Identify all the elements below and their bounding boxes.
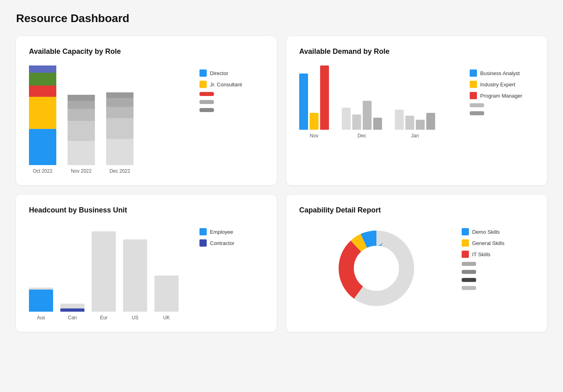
dec-cap-seg5 (106, 92, 134, 98)
aus-bar-wrap (29, 288, 53, 312)
director-label: Director (210, 70, 228, 76)
cap-g2-swatch (462, 270, 476, 274)
ba-label: Business Analyst (480, 70, 520, 76)
can-bar-group: Can (60, 304, 84, 321)
demand-jan-bars (395, 110, 435, 130)
capacity-title: Available Capacity by Role (29, 47, 264, 56)
dec-bar4 (373, 118, 382, 130)
demand-dec-group: Dec (342, 101, 382, 139)
oct-seg-blue (29, 129, 56, 165)
cap-gray2-swatch (199, 108, 214, 112)
legend-employee: Employee (199, 228, 264, 235)
us-bar-group: US (123, 239, 147, 321)
can-bar-wrap (60, 304, 84, 312)
demand-nov-bars (299, 65, 329, 130)
eur-bar-wrap (92, 231, 116, 312)
demand-bars-container: Nov Dec (299, 65, 462, 139)
legend-ba: Business Analyst (470, 69, 534, 77)
jan-demand-label: Jan (411, 133, 419, 139)
uk-bar-wrap (154, 276, 179, 312)
oct-seg-yellow (29, 97, 56, 129)
aus-bar-overlay (29, 290, 53, 312)
dec-bar2 (352, 114, 361, 130)
ie-label: Industry Expert (480, 82, 515, 88)
donut-container (299, 224, 454, 312)
demand-bars-row: Nov Dec (299, 65, 462, 139)
headcount-bars-row: Aus Can Eur (29, 224, 191, 321)
bar-stack-dec-cap (106, 92, 134, 165)
cap-g1-swatch (462, 262, 476, 266)
legend-cap-gray2 (199, 108, 264, 112)
cap-gray1-swatch (199, 100, 214, 104)
dem-gray2-swatch (470, 111, 484, 115)
oct-seg-red (29, 86, 56, 97)
dec-cap-seg1 (106, 139, 134, 165)
can-label: Can (68, 315, 77, 321)
demand-chart-area: Nov Dec (299, 65, 534, 139)
legend-jr-consultant: Jr. Consultant (199, 81, 264, 88)
pm-label: Program Manager (480, 93, 522, 99)
capacity-bars-row: Oct 2022 Nov 2022 (29, 65, 191, 174)
contractor-label: Contractor (210, 240, 234, 246)
nov-cap-seg5 (68, 95, 95, 101)
cap-legend-dark (462, 278, 534, 282)
demand-dec-bars (342, 101, 382, 130)
page-title: Resource Dashboard (16, 12, 547, 25)
capacity-chart-area: Oct 2022 Nov 2022 (29, 65, 264, 174)
headcount-chart-area: Aus Can Eur (29, 224, 264, 321)
dec-cap-seg2 (106, 118, 134, 139)
dem-gray1-swatch (470, 103, 484, 107)
eur-bar-bg (92, 231, 116, 312)
legend-pm: Program Manager (470, 92, 534, 99)
nov-ie-bar (310, 113, 318, 130)
oct-label: Oct 2022 (33, 168, 53, 174)
donut-chart (332, 224, 421, 312)
pm-swatch (470, 92, 477, 99)
legend-dem-gray1 (470, 103, 534, 107)
jr-consultant-swatch (199, 81, 207, 88)
nov-ba-bar (299, 74, 308, 130)
ie-swatch (470, 81, 477, 88)
cap-dark-swatch (462, 278, 476, 282)
it-swatch (462, 251, 469, 258)
cap-legend-demo: Demo Skills (462, 228, 534, 235)
uk-bar-group: UK (154, 276, 179, 321)
aus-label: Aus (37, 315, 45, 321)
oct-seg-navy (29, 65, 56, 73)
nov-pm-bar (320, 65, 329, 130)
cap-legend-gray2 (462, 270, 534, 274)
bar-stack-oct (29, 65, 56, 165)
demand-title: Available Demand by Role (299, 47, 534, 56)
cap-legend-gray3 (462, 286, 534, 290)
it-label: IT Skills (472, 251, 490, 257)
general-label: General Skills (472, 240, 504, 246)
legend-cap-red (199, 92, 264, 96)
uk-label: UK (163, 315, 170, 321)
jan-bar4 (426, 113, 435, 130)
demand-legend: Business Analyst Industry Expert Program… (470, 65, 534, 115)
headcount-title: Headcount by Business Unit (29, 206, 264, 214)
capability-title: Capability Detail Report (299, 206, 534, 214)
headcount-bars-container: Aus Can Eur (29, 224, 191, 321)
dec-cap-label: Dec 2022 (109, 168, 130, 174)
donut-hole (354, 246, 399, 291)
headcount-card: Headcount by Business Unit Aus (16, 195, 277, 332)
legend-dem-gray2 (470, 111, 534, 115)
capacity-bars: Oct 2022 Nov 2022 (29, 65, 191, 174)
legend-cap-gray1 (199, 100, 264, 104)
us-bar-bg (123, 239, 147, 312)
demand-jan-group: Jan (395, 110, 435, 139)
demand-card: Available Demand by Role Nov (286, 36, 547, 185)
dashboard-grid: Available Capacity by Role Oct 2022 (16, 36, 547, 332)
cap-g3-swatch (462, 286, 476, 290)
eur-label: Eur (100, 315, 108, 321)
cap-legend-gray1 (462, 262, 534, 266)
jan-bar1 (395, 110, 404, 130)
capacity-legend: Director Jr. Consultant (199, 65, 264, 112)
nov-cap-seg1 (68, 141, 95, 165)
demand-nov-group: Nov (299, 65, 329, 139)
cap-red-swatch (199, 92, 214, 96)
legend-contractor: Contractor (199, 239, 264, 247)
cap-legend-general: General Skills (462, 239, 534, 247)
us-bar-wrap (123, 239, 147, 312)
